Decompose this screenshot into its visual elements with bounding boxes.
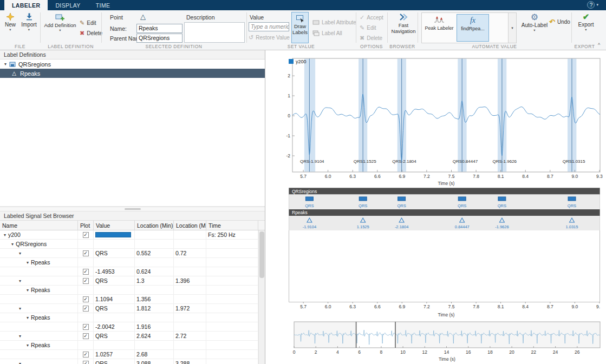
column-header[interactable]: Name xyxy=(0,221,78,230)
plot-checkbox[interactable]: ✓ xyxy=(83,296,89,302)
plot-checkbox[interactable]: ✓ xyxy=(83,324,89,330)
panel-splitter[interactable] xyxy=(0,207,265,211)
table-row[interactable]: ✓1.10941.356 xyxy=(0,295,265,304)
auto-label-button[interactable]: ⚙ Auto-Label ▾ xyxy=(520,12,549,32)
restore-value-button[interactable]: ↺ Restore Value xyxy=(249,35,290,41)
column-header[interactable]: Location (M... xyxy=(174,221,206,230)
plot-checkbox[interactable]: ✓ xyxy=(83,333,89,339)
column-header[interactable]: Value xyxy=(94,221,135,230)
import-button[interactable]: Import ▾ xyxy=(19,12,39,31)
expander-icon[interactable]: ▾ xyxy=(17,306,23,311)
accept-button[interactable]: ✓ Accept xyxy=(360,15,383,21)
tab-display[interactable]: DISPLAY xyxy=(48,0,88,10)
expander-icon[interactable]: ▾ xyxy=(2,62,9,67)
table-row[interactable]: ▾QRSregions xyxy=(0,240,265,249)
undo-button[interactable]: ↶ Undo xyxy=(549,19,570,25)
table-row[interactable]: ▾✓QRS2.6242.72 xyxy=(0,332,265,341)
add-definition-button[interactable]: Add Definition ▾ xyxy=(42,12,78,32)
label-all-button[interactable]: Label All xyxy=(312,30,342,36)
qrs-annotation-value[interactable]: 1.1525 xyxy=(363,159,376,164)
overview-svg[interactable]: 02468101214161820222426Time (s) xyxy=(286,320,604,362)
expander-icon[interactable]: ▾ xyxy=(24,315,31,320)
table-row[interactable]: ✓-2.00421.916 xyxy=(0,322,265,332)
plot-checkbox[interactable]: ✓ xyxy=(83,269,89,275)
definition-name-input[interactable]: Rpeaks xyxy=(136,24,183,33)
plot-checkbox[interactable]: ✓ xyxy=(83,306,89,312)
qrs-region-marker[interactable] xyxy=(498,197,506,201)
export-button[interactable]: ✔ Export ▾ xyxy=(574,12,598,31)
edit-label-button[interactable]: ✎ Edit xyxy=(360,25,376,31)
parent-name-input[interactable]: QRSregions xyxy=(136,34,183,43)
expander-icon[interactable]: ▾ xyxy=(17,279,23,283)
peak-labeler-item[interactable]: Peak Labeler xyxy=(423,14,455,42)
qrs-annotation-value[interactable]: -1.9626 xyxy=(502,159,517,164)
qrs-annotation[interactable]: QRS xyxy=(300,159,309,164)
qrs-annotation[interactable]: QRS xyxy=(493,159,502,164)
tree-item-qrsregions[interactable]: ▾QRSregions xyxy=(0,59,265,69)
findrpeaks-item[interactable]: fx findRpea... xyxy=(457,14,489,42)
collapse-ribbon-icon[interactable]: ^ xyxy=(598,42,600,48)
table-row[interactable]: ▾Rpeaks xyxy=(0,313,265,322)
expander-icon[interactable]: ▾ xyxy=(24,260,31,265)
column-header[interactable]: Time xyxy=(206,221,258,230)
main-plot-svg[interactable]: 5.76.06.36.66.97.27.57.88.18.48.79.09.32… xyxy=(279,54,604,187)
qrs-annotation[interactable]: QRS xyxy=(354,159,363,164)
table-row[interactable]: ▾Rpeaks xyxy=(0,286,265,295)
delete-label-button[interactable]: ✖ Delete xyxy=(360,35,382,41)
expander-icon[interactable]: ▾ xyxy=(2,233,8,237)
qrs-annotation-value[interactable]: -1.9104 xyxy=(309,159,324,164)
qrs-annotation[interactable]: QRS xyxy=(453,159,462,164)
plot-checkbox[interactable]: ✓ xyxy=(83,278,89,284)
expander-icon[interactable]: ▾ xyxy=(17,361,23,364)
qrsregions-band-header[interactable] xyxy=(289,188,600,195)
table-row[interactable]: ✓1.02572.68 xyxy=(0,350,265,359)
fast-navigation-button[interactable]: Fast Navigation xyxy=(389,12,418,34)
edit-definition-button[interactable]: ✎ Edit xyxy=(80,20,96,26)
table-row[interactable]: ▾y200✓Fs: 250 Hz xyxy=(0,230,265,240)
help-button[interactable]: ? ▾ xyxy=(587,1,598,9)
table-row[interactable]: ▾✓QRS0.5520.72 xyxy=(0,249,265,258)
new-button[interactable]: New ▾ xyxy=(2,12,18,31)
qrs-region-marker[interactable] xyxy=(398,197,406,201)
qrs-region-marker[interactable] xyxy=(359,197,367,201)
column-header[interactable]: Location (Min) xyxy=(135,221,174,230)
tab-time[interactable]: TIME xyxy=(88,0,118,10)
tab-labeler[interactable]: LABELER xyxy=(4,0,48,10)
gallery-dropdown-button[interactable]: ▾ xyxy=(508,13,516,43)
qrs-annotation-value[interactable]: 0.84447 xyxy=(462,159,478,164)
help-icon[interactable]: ? xyxy=(587,1,595,9)
plot-checkbox[interactable]: ✓ xyxy=(83,250,89,256)
table-scrollbar[interactable] xyxy=(258,230,265,364)
value-input[interactable]: Type a numeric v xyxy=(249,22,289,31)
expander-icon[interactable]: ▾ xyxy=(24,343,31,348)
plot-checkbox[interactable]: ✓ xyxy=(83,232,89,238)
draw-labels-button[interactable]: Draw Labels xyxy=(291,12,309,43)
rpeaks-band-header[interactable] xyxy=(289,209,600,216)
table-row[interactable]: ▾✓QRS1.8121.972 xyxy=(0,304,265,313)
tree-item-rpeaks[interactable]: △Rpeaks xyxy=(0,69,265,78)
expander-icon[interactable]: ▾ xyxy=(24,288,31,293)
plot-checkbox[interactable]: ✓ xyxy=(83,352,89,358)
qrs-annotation-value[interactable]: -2.1804 xyxy=(402,159,417,164)
qrs-region-marker[interactable] xyxy=(458,197,466,201)
table-row[interactable]: ▾✓QRS3.0883.288 xyxy=(0,359,265,364)
qrs-region-marker[interactable] xyxy=(568,197,576,201)
delete-definition-button[interactable]: ✖ Delete xyxy=(80,30,102,36)
labels-viewer-panel[interactable]: QRSregionsQRSQRSQRSQRSQRSQRSRpeaks-1.910… xyxy=(289,188,600,320)
expander-icon[interactable]: ▾ xyxy=(17,251,23,256)
table-row[interactable]: ▾✓QRS1.31.396 xyxy=(0,276,265,286)
qrs-annotation-value[interactable]: 1.0315 xyxy=(572,159,585,164)
label-attribute-button[interactable]: Label Attribute xyxy=(312,19,356,25)
overview-panner-plot[interactable]: 02468101214161820222426Time (s) xyxy=(286,320,604,362)
qrs-annotation[interactable]: QRS xyxy=(563,159,572,164)
table-row[interactable]: ▾Rpeaks xyxy=(0,258,265,267)
plot-checkbox[interactable]: ✓ xyxy=(83,361,89,364)
plot-box[interactable] xyxy=(292,58,600,172)
column-header[interactable]: Plot xyxy=(78,221,94,230)
expander-icon[interactable]: ▾ xyxy=(17,334,23,339)
description-input[interactable] xyxy=(184,22,245,43)
labels-viewer-svg[interactable]: QRSregionsQRSQRSQRSQRSQRSQRSRpeaks-1.910… xyxy=(289,188,600,320)
main-signal-plot[interactable]: 5.76.06.36.66.97.27.57.88.18.48.79.09.32… xyxy=(279,54,604,187)
table-row[interactable]: ▾Rpeaks xyxy=(0,341,265,350)
scrollbar-thumb[interactable] xyxy=(259,231,264,278)
